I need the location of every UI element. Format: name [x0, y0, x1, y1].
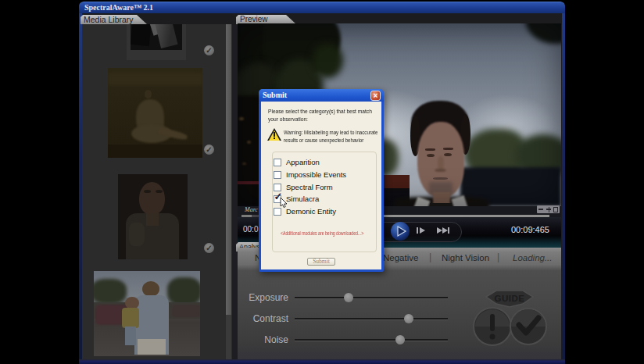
svg-text:GUIDE: GUIDE [495, 294, 525, 303]
